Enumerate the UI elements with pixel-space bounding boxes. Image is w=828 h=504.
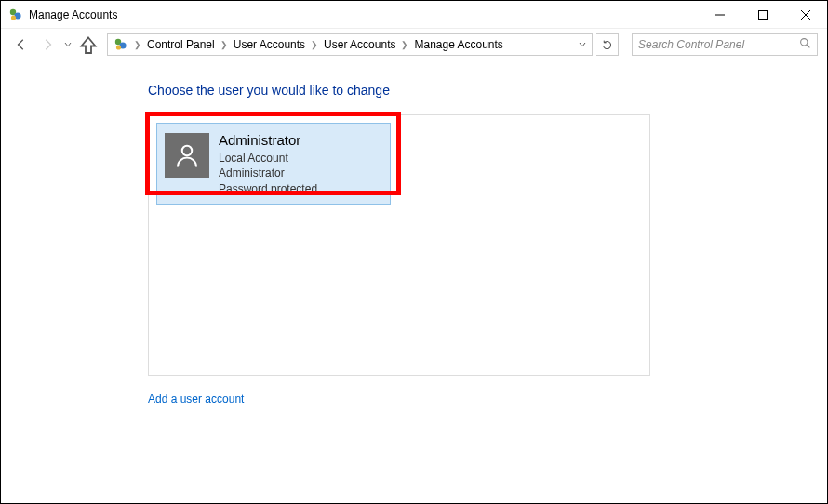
search-input[interactable] bbox=[638, 38, 799, 51]
chevron-right-icon[interactable]: ❯ bbox=[219, 40, 230, 49]
empty-space bbox=[149, 212, 649, 375]
svg-rect-4 bbox=[759, 11, 768, 20]
svg-point-9 bbox=[116, 45, 121, 49]
account-protection: Password protected bbox=[219, 181, 317, 196]
close-button[interactable] bbox=[784, 1, 827, 29]
back-button[interactable] bbox=[10, 33, 33, 56]
address-bar[interactable]: ❯ Control Panel ❯ User Accounts ❯ User A… bbox=[107, 33, 593, 56]
window-title: Manage Accounts bbox=[29, 8, 699, 21]
content-area: Choose the user you would like to change… bbox=[1, 60, 827, 406]
search-box[interactable] bbox=[632, 33, 818, 56]
search-icon[interactable] bbox=[799, 37, 811, 52]
breadcrumb-item[interactable]: User Accounts bbox=[230, 34, 309, 55]
history-dropdown[interactable] bbox=[62, 41, 73, 48]
accounts-panel: Administrator Local Account Administrato… bbox=[148, 114, 650, 376]
breadcrumb-item[interactable]: User Accounts bbox=[320, 34, 399, 55]
address-dropdown[interactable] bbox=[573, 34, 590, 55]
app-icon bbox=[8, 7, 23, 22]
account-type: Local Account bbox=[219, 151, 317, 166]
svg-point-2 bbox=[11, 15, 16, 20]
chevron-right-icon[interactable]: ❯ bbox=[132, 40, 143, 49]
account-info: Administrator Local Account Administrato… bbox=[219, 131, 317, 196]
breadcrumb-item[interactable]: Control Panel bbox=[143, 34, 219, 55]
up-button[interactable] bbox=[77, 33, 100, 56]
page-heading: Choose the user you would like to change bbox=[148, 83, 827, 98]
window-controls bbox=[699, 1, 827, 28]
account-name: Administrator bbox=[219, 131, 317, 150]
breadcrumb-item[interactable]: Manage Accounts bbox=[410, 34, 506, 55]
refresh-button[interactable] bbox=[596, 33, 619, 56]
maximize-button[interactable] bbox=[741, 1, 784, 29]
address-icon bbox=[114, 37, 128, 52]
minimize-button[interactable] bbox=[699, 1, 741, 29]
add-user-link[interactable]: Add a user account bbox=[148, 392, 244, 405]
svg-point-10 bbox=[801, 39, 808, 46]
svg-point-12 bbox=[182, 146, 193, 156]
account-role: Administrator bbox=[219, 166, 317, 180]
chevron-right-icon[interactable]: ❯ bbox=[399, 40, 410, 49]
account-tile[interactable]: Administrator Local Account Administrato… bbox=[156, 123, 391, 205]
forward-button[interactable] bbox=[36, 33, 59, 56]
avatar bbox=[165, 133, 209, 178]
titlebar: Manage Accounts bbox=[1, 1, 827, 29]
navbar: ❯ Control Panel ❯ User Accounts ❯ User A… bbox=[1, 29, 827, 60]
svg-line-11 bbox=[807, 45, 809, 47]
chevron-right-icon[interactable]: ❯ bbox=[309, 40, 320, 49]
